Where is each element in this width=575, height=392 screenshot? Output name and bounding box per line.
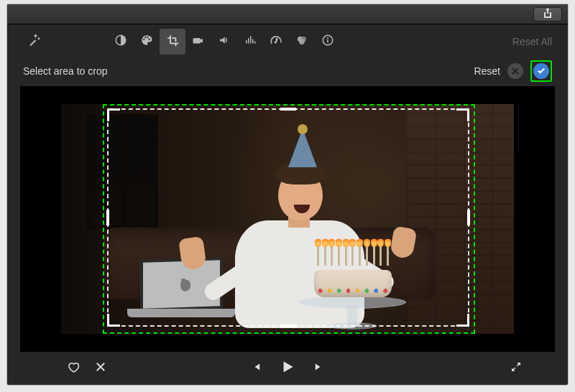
skip-forward-icon (313, 360, 326, 376)
adjust-toolbar: Reset All (7, 24, 568, 59)
speaker-icon (218, 34, 231, 50)
speed-tool[interactable] (263, 29, 289, 55)
crop-tool[interactable] (160, 29, 185, 55)
reset-all-label: Reset All (512, 36, 552, 47)
share-icon (543, 8, 552, 21)
next-frame-button[interactable] (310, 360, 328, 377)
crop-reset-button[interactable]: Reset (474, 65, 500, 77)
apply-highlight-box (530, 60, 552, 82)
camcorder-icon (192, 34, 205, 50)
svg-point-6 (327, 37, 328, 39)
color-correction-tool[interactable] (134, 29, 160, 55)
volume-tool[interactable] (211, 29, 237, 55)
half-circle-icon (114, 34, 127, 50)
share-button[interactable] (533, 7, 562, 22)
svg-rect-5 (327, 39, 328, 43)
crop-apply-button[interactable] (533, 63, 549, 79)
titlebar (7, 4, 568, 24)
imovie-crop-panel: Reset All Select area to crop Reset (7, 4, 568, 385)
preview-viewport (20, 86, 555, 352)
color-balance-tool[interactable] (108, 29, 134, 55)
equalizer-icon (244, 34, 257, 50)
scene-cake (298, 296, 406, 330)
crop-cancel-button[interactable] (507, 63, 523, 79)
crop-icon (166, 34, 179, 50)
play-icon (278, 358, 297, 379)
x-icon (512, 65, 519, 78)
scene-brick-wall (406, 104, 514, 334)
skip-back-icon (249, 360, 262, 376)
play-button[interactable] (279, 360, 296, 377)
x-icon (94, 360, 107, 376)
playback-bar (7, 352, 568, 385)
favorite-button[interactable] (65, 360, 82, 377)
info-icon (321, 34, 334, 50)
crop-instruction: Select area to crop (23, 65, 108, 77)
noise-reduction-tool[interactable] (237, 29, 263, 55)
auto-enhance-button[interactable] (22, 29, 47, 55)
stabilization-tool[interactable] (185, 29, 211, 55)
check-icon (537, 65, 546, 78)
palette-icon (140, 34, 153, 50)
magic-wand-icon (28, 34, 41, 50)
crop-status-row: Select area to crop Reset (7, 59, 568, 83)
reject-button[interactable] (92, 360, 109, 377)
expand-icon (510, 360, 523, 376)
scene-window (86, 114, 158, 229)
info-tool[interactable] (315, 29, 341, 55)
heart-icon (67, 360, 80, 376)
speedometer-icon (270, 34, 282, 50)
overlap-circles-icon (295, 34, 308, 50)
video-canvas[interactable] (61, 104, 514, 334)
adjust-tools (108, 29, 341, 55)
fullscreen-button[interactable] (507, 360, 525, 377)
clip-filter-tool[interactable] (289, 29, 315, 55)
svg-point-3 (299, 39, 305, 45)
prev-frame-button[interactable] (247, 360, 264, 377)
